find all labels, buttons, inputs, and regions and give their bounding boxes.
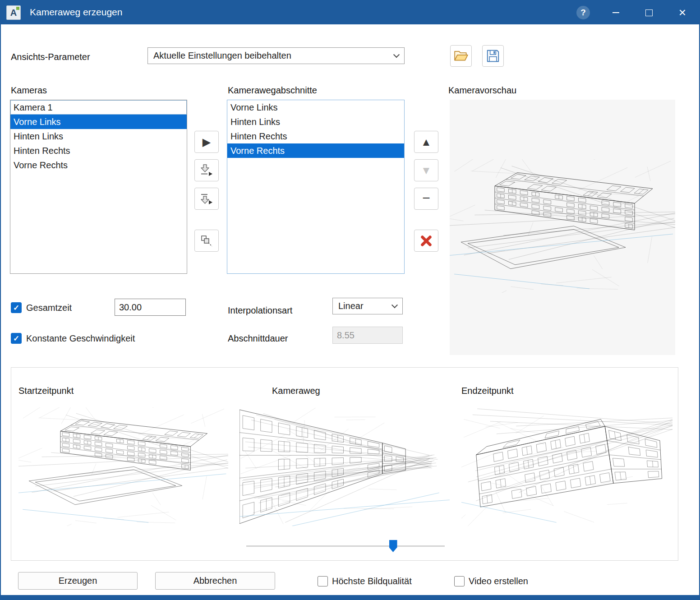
help-button[interactable]: ? — [576, 6, 590, 19]
video-erstellen-label: Video erstellen — [469, 576, 528, 586]
list-item[interactable]: Hinten Rechts — [227, 129, 404, 143]
list-item[interactable]: Kamera 1 — [10, 100, 187, 115]
minimize-icon — [612, 12, 619, 13]
folder-open-icon — [453, 48, 469, 64]
interpolationsart-label: Interpolationsart — [228, 305, 292, 316]
insert-before-icon — [199, 163, 214, 178]
gesamtzeit-input[interactable] — [115, 299, 186, 316]
delete-x-icon — [419, 234, 433, 248]
insert-before-section-button[interactable] — [194, 159, 219, 181]
list-item[interactable]: Hinten Links — [10, 129, 187, 143]
endzeitpunkt-label: Endzeitpunkt — [461, 386, 514, 396]
list-item[interactable]: Hinten Links — [227, 115, 404, 129]
interpolationsart-value: Linear — [338, 301, 392, 311]
wireframe-end — [461, 407, 672, 526]
create-path-from-all-button[interactable] — [194, 230, 219, 252]
video-erstellen-checkbox[interactable] — [454, 576, 465, 586]
help-icon: ? — [580, 8, 586, 18]
minus-icon: − — [422, 191, 430, 205]
startzeitpunkt-label: Startzeitpunkt — [18, 386, 74, 396]
start-frame-image — [18, 407, 228, 526]
ansichts-parameter-label: Ansichts-Parameter — [11, 52, 90, 62]
link-cameras-icon — [199, 234, 214, 248]
path-frame-image — [239, 407, 450, 526]
open-file-button[interactable] — [450, 45, 472, 67]
abbrechen-button[interactable]: Abbrechen — [155, 572, 275, 590]
abschnittdauer-input — [332, 327, 403, 344]
save-icon — [485, 48, 501, 64]
hoechste-bildqualitaet-checkbox[interactable] — [318, 576, 328, 586]
cameras-list[interactable]: Kamera 1Vorne LinksHinten LinksHinten Re… — [10, 100, 187, 274]
ansichts-parameter-select[interactable]: Aktuelle Einstellungen beibehalten — [147, 47, 405, 64]
arrow-up-icon: ▲ — [421, 137, 432, 148]
wireframe-start — [18, 407, 228, 526]
interpolationsart-select[interactable]: Linear — [332, 298, 403, 314]
slider-handle[interactable] — [389, 540, 397, 552]
kameraweg-label: Kameraweg — [272, 386, 320, 396]
konstante-geschwindigkeit-label: Konstante Geschwindigkeit — [26, 333, 135, 344]
insert-after-icon — [199, 192, 214, 206]
kameravorschau-panel — [450, 100, 675, 355]
wireframe-path — [239, 407, 450, 526]
arrow-down-icon: ▼ — [421, 165, 432, 176]
close-icon: × — [679, 5, 686, 20]
bottom-accent-strip — [1, 595, 699, 599]
check-icon: ✓ — [13, 303, 19, 313]
window-title: Kameraweg erzeugen — [30, 7, 122, 18]
delete-all-sections-button[interactable] — [414, 230, 438, 252]
abschnittdauer-label: Abschnittdauer — [228, 333, 288, 344]
titlebar: A Kameraweg erzeugen ? × — [1, 1, 699, 24]
check-icon: ✓ — [13, 334, 19, 343]
minimize-button[interactable] — [605, 3, 626, 23]
maximize-button[interactable] — [639, 3, 659, 23]
save-button[interactable] — [482, 45, 504, 67]
gesamtzeit-checkbox[interactable]: ✓ — [11, 302, 22, 313]
camera-preview-image — [450, 159, 675, 293]
close-button[interactable]: × — [672, 3, 693, 23]
gesamtzeit-label: Gesamtzeit — [26, 303, 72, 313]
list-item[interactable]: Vorne Links — [10, 115, 187, 129]
move-section-up-button[interactable]: ▲ — [414, 131, 438, 153]
konstante-geschwindigkeit-checkbox[interactable]: ✓ — [11, 333, 22, 344]
list-item[interactable]: Vorne Links — [227, 100, 404, 115]
kameras-label: Kameras — [11, 85, 47, 96]
app-icon-mark — [16, 7, 19, 10]
maximize-icon — [645, 9, 653, 16]
app-icon: A — [6, 5, 21, 20]
dialog-kameraweg-erzeugen: A Kameraweg erzeugen ? × Ansichts-Parame… — [0, 0, 700, 600]
sections-list[interactable]: Vorne LinksHinten LinksHinten RechtsVorn… — [227, 100, 405, 274]
timeline-slider[interactable] — [246, 539, 445, 554]
hoechste-bildqualitaet-label: Höchste Bildqualität — [332, 576, 412, 586]
insert-after-section-button[interactable] — [194, 188, 219, 210]
list-item[interactable]: Hinten Rechts — [10, 143, 187, 158]
wireframe-preview — [450, 159, 675, 293]
move-section-down-button[interactable]: ▼ — [414, 159, 438, 181]
list-item[interactable]: Vorne Rechts — [227, 143, 404, 158]
add-camera-to-path-button[interactable]: ▶ — [194, 131, 219, 153]
end-frame-image — [461, 407, 672, 526]
arrow-right-icon: ▶ — [203, 137, 211, 148]
erzeugen-button[interactable]: Erzeugen — [18, 572, 138, 590]
remove-section-button[interactable]: − — [414, 188, 438, 210]
list-item[interactable]: Vorne Rechts — [10, 158, 187, 172]
ansichts-parameter-value: Aktuelle Einstellungen beibehalten — [153, 51, 394, 61]
kamerawegabschnitte-label: Kamerawegabschnitte — [228, 85, 317, 96]
chevron-down-icon — [391, 302, 398, 308]
kameravorschau-label: Kameravorschau — [448, 85, 516, 96]
timeline-panel: Startzeitpunkt Kameraweg Endzeitpunkt — [11, 367, 678, 561]
slider-track[interactable] — [246, 545, 445, 547]
chevron-down-icon — [393, 51, 400, 58]
